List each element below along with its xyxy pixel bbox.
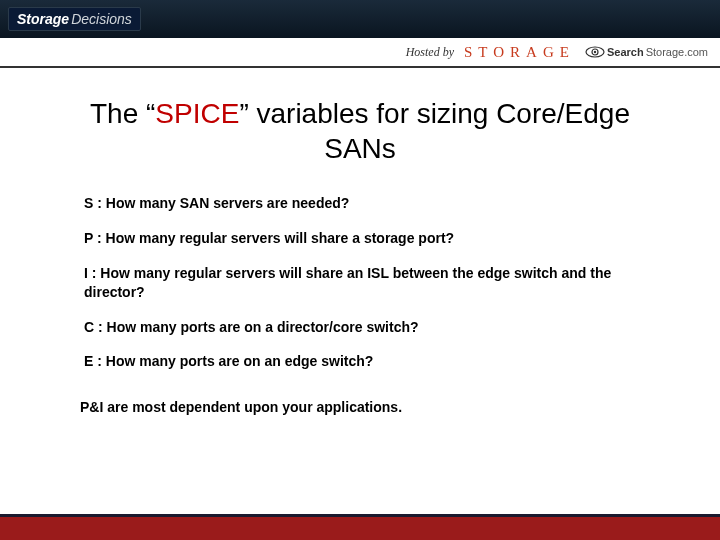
item-letter: C [84,319,94,335]
slide-content: The “SPICE” variables for sizing Core/Ed… [0,68,720,415]
eye-icon [585,46,605,58]
definition-list: S : How many SAN servers are needed? P :… [80,194,640,371]
footnote: P&I are most dependent upon your applica… [80,399,640,415]
svg-point-2 [594,51,596,53]
list-item: P : How many regular servers will share … [84,229,640,248]
item-letter: P [84,230,93,246]
subheader-bar: Hosted by STORAGE SearchStorage.com [0,38,720,68]
title-post: ” variables for sizing Core/Edge SANs [239,98,630,164]
item-letter: E [84,353,93,369]
list-item: E : How many ports are on an edge switch… [84,352,640,371]
slide-title: The “SPICE” variables for sizing Core/Ed… [80,96,640,166]
logo-word-storage: Storage [17,11,69,27]
logo-box: Storage Decisions [8,7,141,31]
logo-word-decisions: Decisions [71,11,132,27]
header-bar: Storage Decisions [0,0,720,38]
list-item: S : How many SAN servers are needed? [84,194,640,213]
hosted-by-label: Hosted by [406,45,454,60]
list-item: C : How many ports are on a director/cor… [84,318,640,337]
storage-brand: STORAGE [464,44,575,61]
item-text: : How many regular servers will share an… [84,265,611,300]
search-storage-brand: SearchStorage.com [585,46,708,58]
item-text: : How many regular servers will share a … [93,230,454,246]
search-word-light: Storage.com [646,46,708,58]
item-text: : How many SAN servers are needed? [93,195,349,211]
title-pre: The “ [90,98,155,129]
list-item: I : How many regular servers will share … [84,264,640,302]
title-spice: SPICE [155,98,239,129]
item-letter: S [84,195,93,211]
footer-bar [0,514,720,540]
search-word-bold: Search [607,46,644,58]
item-text: : How many ports are on an edge switch? [93,353,373,369]
item-text: : How many ports are on a director/core … [94,319,418,335]
